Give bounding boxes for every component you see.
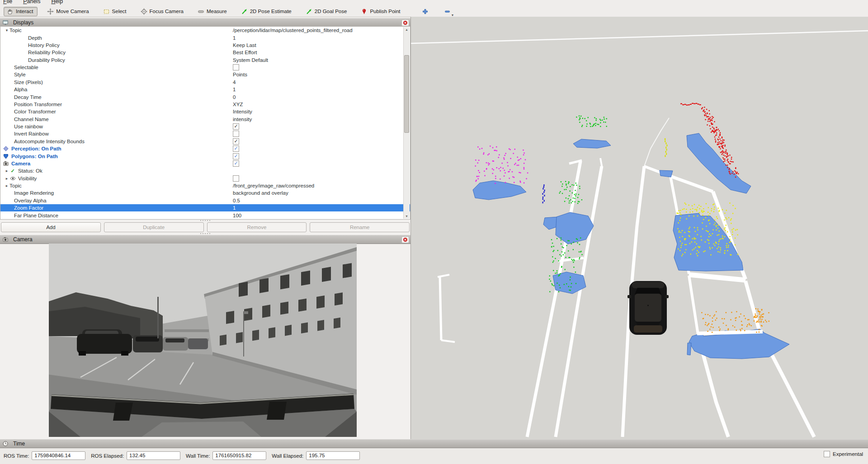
tool-select[interactable]: Select — [100, 7, 131, 16]
add-button[interactable]: Add — [1, 222, 101, 232]
property-value[interactable]: 0.5 — [233, 198, 240, 203]
property-value[interactable]: /front_grey/image_raw/compressed — [233, 183, 314, 188]
property-value[interactable]: Intensity — [233, 109, 252, 114]
property-value[interactable]: Best Effort — [233, 50, 257, 55]
menu-item-help[interactable]: Help — [51, 0, 63, 6]
display-row-selectable[interactable]: Selectable — [0, 64, 410, 71]
property-value[interactable]: 4 — [233, 80, 236, 85]
scrollbar-thumb[interactable] — [404, 55, 409, 133]
expander-icon[interactable]: ▸ — [4, 176, 9, 181]
display-row-zoom-factor[interactable]: Zoom Factor1 — [0, 204, 410, 211]
rename-button[interactable]: Rename — [310, 222, 410, 232]
property-value[interactable]: 1 — [233, 87, 236, 92]
display-row-decay-time[interactable]: Decay Time0 — [0, 93, 410, 100]
property-checkbox[interactable]: ✓ — [233, 153, 239, 159]
display-row-position-transformer[interactable]: Position TransformerXYZ — [0, 101, 410, 108]
display-row-reliability-policy[interactable]: Reliability PolicyBest Effort — [0, 49, 410, 56]
3d-viewport[interactable] — [410, 17, 868, 439]
display-row-overlay-alpha[interactable]: Overlay Alpha0.5 — [0, 197, 410, 204]
tree-scrollbar[interactable]: ▲ ▼ — [403, 27, 410, 219]
property-value[interactable]: 100 — [233, 213, 241, 218]
property-checkbox[interactable]: ✓ — [233, 123, 239, 130]
scroll-down-icon[interactable]: ▼ — [404, 214, 410, 219]
tool-focus-camera[interactable]: Focus Camera — [137, 7, 188, 16]
tool-2d-pose-estimate[interactable]: 2D Pose Estimate — [238, 7, 296, 16]
property-value[interactable]: /perception/lidar/map/clustered_points_f… — [233, 28, 353, 33]
property-value[interactable]: 1 — [233, 205, 236, 211]
display-row-visibility[interactable]: ▸Visibility — [0, 175, 410, 182]
display-row-camera[interactable]: Camera✓ — [0, 160, 410, 167]
display-row-alpha[interactable]: Alpha1 — [0, 86, 410, 93]
scroll-up-icon[interactable]: ▲ — [404, 27, 410, 32]
display-row-autocompute-intensity-bounds[interactable]: Autocompute Intensity Bounds✓ — [0, 138, 410, 145]
toolbar: InteractMove CameraSelectFocus CameraMea… — [0, 6, 868, 17]
display-row-depth[interactable]: Depth1 — [0, 34, 410, 41]
displays-close-button[interactable]: ✕ — [401, 19, 409, 26]
splitter-handle[interactable] — [0, 219, 410, 222]
expander-icon[interactable]: ▾ — [4, 28, 9, 33]
display-row-perception-on-path[interactable]: Perception: On Path✓ — [0, 145, 410, 152]
tool-interact[interactable]: Interact — [4, 7, 38, 16]
property-label: Channel Name — [14, 117, 49, 122]
property-checkbox[interactable]: ✓ — [233, 145, 239, 152]
time-field-label: ROS Elapsed: — [91, 453, 124, 459]
display-row-durability-policy[interactable]: Durability PolicySystem Default — [0, 56, 410, 64]
property-value[interactable]: Keep Last — [233, 42, 256, 48]
tool-measure[interactable]: Measure — [194, 7, 231, 16]
camera-close-button[interactable]: ✕ — [401, 236, 409, 243]
tool-2d-goal-pose[interactable]: 2D Goal Pose — [302, 7, 352, 16]
display-row-channel-name[interactable]: Channel Nameintensity — [0, 116, 410, 123]
camera-panel-icon — [2, 237, 9, 242]
property-value[interactable]: System Default — [233, 57, 268, 63]
menu-item-file[interactable]: File — [3, 0, 12, 6]
experimental-checkbox[interactable] — [824, 451, 830, 457]
property-checkbox[interactable] — [233, 131, 239, 137]
displays-property-tree[interactable]: ▾Topic/perception/lidar/map/clustered_po… — [0, 26, 410, 220]
property-value[interactable]: background and overlay — [233, 190, 288, 196]
display-row-far-plane-distance[interactable]: Far Plane Distance100 — [0, 211, 410, 219]
duplicate-button[interactable]: Duplicate — [104, 222, 204, 232]
property-value[interactable]: XYZ — [233, 102, 243, 107]
property-label: Visibility — [18, 176, 37, 181]
time-field-input[interactable]: 195.75 — [306, 451, 360, 460]
property-label: Use rainbow — [14, 124, 43, 129]
time-field-wall-elapsed: Wall Elapsed:195.75 — [272, 451, 360, 460]
display-row-status-ok[interactable]: ▸✓Status: Ok — [0, 167, 410, 174]
time-field-ros-elapsed: ROS Elapsed:132.45 — [91, 451, 180, 460]
display-row-size-pixels[interactable]: Size (Pixels)4 — [0, 79, 410, 86]
tool-move-camera[interactable]: Move Camera — [44, 7, 93, 16]
expander-icon[interactable]: ▸ — [4, 183, 9, 188]
property-checkbox[interactable]: ✓ — [233, 138, 239, 145]
property-value[interactable]: intensity — [233, 117, 252, 122]
property-value[interactable]: Points — [233, 72, 247, 77]
close-icon: ✕ — [403, 21, 407, 25]
time-field-input[interactable]: 132.45 — [127, 451, 180, 460]
remove-button[interactable]: Remove — [207, 222, 307, 232]
time-field-input[interactable]: 1759840846.14 — [32, 451, 85, 460]
property-value[interactable]: 1 — [233, 35, 236, 41]
display-row-style[interactable]: StylePoints — [0, 71, 410, 78]
display-row-history-policy[interactable]: History PolicyKeep Last — [0, 42, 410, 49]
display-row-topic[interactable]: ▾Topic/perception/lidar/map/clustered_po… — [0, 27, 410, 34]
display-row-polygons-on-path[interactable]: Polygons: On Path✓ — [0, 152, 410, 159]
display-row-use-rainbow[interactable]: Use rainbow✓ — [0, 123, 410, 130]
display-row-invert-rainbow[interactable]: Invert Rainbow — [0, 130, 410, 137]
add-tool-button[interactable] — [420, 7, 431, 16]
property-checkbox[interactable]: ✓ — [233, 160, 239, 167]
property-label: Color Transformer — [14, 109, 56, 114]
remove-tool-button[interactable]: ▼ — [442, 7, 453, 16]
tool-publish-point[interactable]: Publish Point — [358, 7, 405, 16]
property-checkbox[interactable] — [233, 175, 239, 182]
property-value[interactable]: 0 — [233, 94, 236, 100]
menu-item-panels[interactable]: Panels — [23, 0, 40, 6]
display-row-image-rendering[interactable]: Image Renderingbackground and overlay — [0, 189, 410, 197]
property-checkbox[interactable] — [233, 64, 239, 70]
display-row-color-transformer[interactable]: Color TransformerIntensity — [0, 108, 410, 115]
display-row-topic[interactable]: ▸Topic/front_grey/image_raw/compressed — [0, 182, 410, 189]
time-field-input[interactable]: 1761650915.82 — [212, 451, 266, 460]
splitter-handle[interactable] — [0, 232, 410, 235]
time-field-ros-time: ROS Time:1759840846.14 — [4, 451, 85, 460]
expander-icon[interactable]: ▸ — [4, 169, 9, 173]
left-column: Displays ✕ ▾Topic/perception/lidar/map/c… — [0, 17, 410, 439]
experimental-toggle[interactable]: Experimental — [824, 451, 863, 457]
